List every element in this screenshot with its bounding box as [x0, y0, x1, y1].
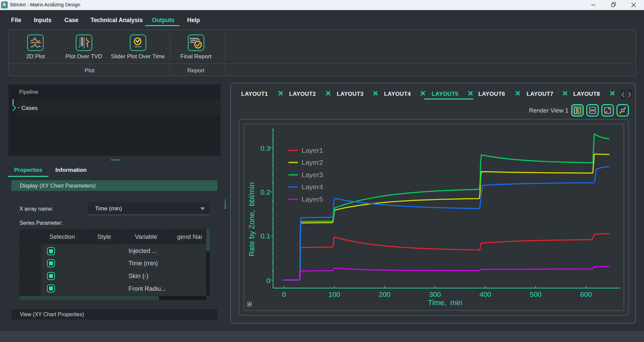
svg-text:100: 100	[328, 290, 340, 298]
svg-text:0.3: 0.3	[261, 144, 270, 152]
svg-text:Layer1: Layer1	[302, 146, 323, 154]
svg-text:0: 0	[266, 277, 270, 284]
svg-text:Layer5: Layer5	[302, 195, 323, 203]
svg-text:Time, min: Time, min	[428, 298, 462, 307]
svg-text:A: A	[248, 302, 251, 306]
svg-text:0.1: 0.1	[261, 232, 270, 240]
svg-text:0.2: 0.2	[261, 188, 270, 196]
svg-text:300: 300	[429, 290, 441, 298]
svg-text:Rate by Zone, bbl/min: Rate by Zone, bbl/min	[248, 182, 256, 256]
svg-text:Layer3: Layer3	[302, 171, 323, 179]
svg-text:Layer2: Layer2	[302, 158, 323, 166]
svg-text:500: 500	[530, 290, 541, 298]
svg-text:200: 200	[379, 290, 390, 298]
svg-text:400: 400	[479, 290, 491, 298]
svg-text:Layer4: Layer4	[302, 183, 323, 191]
svg-text:0: 0	[282, 290, 286, 298]
svg-text:600: 600	[580, 290, 592, 298]
